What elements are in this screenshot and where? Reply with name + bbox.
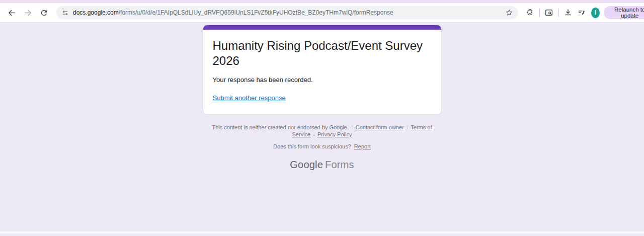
form-card-body: Humanity Rising Podcast/Event Survey 202… [203,30,441,114]
site-info-tune-icon[interactable] [61,9,69,17]
back-icon [8,9,16,17]
forward-icon [24,9,32,17]
url-path: /forms/u/0/d/e/1FAIpQLSdLIUy_dRVFQ659iUn… [119,9,393,16]
forward-button[interactable] [21,6,34,19]
report-link[interactable]: Report [354,143,371,149]
extensions-icon[interactable] [525,7,535,19]
form-response-page: Humanity Rising Podcast/Event Survey 202… [0,23,644,233]
contact-form-owner-link[interactable]: Contact form owner [356,124,404,130]
address-bar[interactable]: docs.google.com/forms/u/0/d/e/1FAIpQLSdL… [56,6,518,19]
relaunch-to-update-button[interactable]: Relaunch to update [604,6,644,19]
dash-separator: - [407,124,409,130]
submit-another-response-link[interactable]: Submit another response [213,94,286,102]
confirmation-message: Your response has been recorded. [213,76,432,84]
forms-logo-text: Forms [325,159,354,170]
url-domain: docs.google.com [73,9,119,16]
suspicious-line: Does this form look suspicious? Report [203,143,442,149]
toolbar-divider [558,9,559,17]
privacy-policy-link[interactable]: Privacy Policy [317,131,352,137]
toolbar-right-icons: I Relaunch to update [525,6,644,19]
window-bottom-edge [0,231,644,233]
form-card: Humanity Rising Podcast/Event Survey 202… [203,25,442,115]
disclaimer-text: This content is neither created nor endo… [212,124,349,130]
url-text: docs.google.com/forms/u/0/d/e/1FAIpQLSdL… [73,9,505,16]
browser-toolbar: docs.google.com/forms/u/0/d/e/1FAIpQLSdL… [0,3,644,23]
bookmark-star-icon[interactable] [505,9,513,17]
dash-separator: - [351,124,353,130]
toolbar-divider [539,9,540,17]
media-controls-icon[interactable] [577,7,586,19]
google-logo-text: Google [290,159,323,170]
side-panel-search-icon[interactable] [544,7,554,19]
download-icon[interactable] [563,7,573,19]
suspicious-text: Does this form look suspicious? [273,143,351,149]
reload-icon [40,9,48,17]
google-forms-logo: GoogleForms [203,159,442,171]
dash-separator: - [313,131,315,137]
form-title: Humanity Rising Podcast/Event Survey 202… [213,38,432,68]
reload-button[interactable] [37,6,50,19]
relaunch-label: Relaunch to update [610,7,644,19]
profile-avatar[interactable]: I [591,8,600,18]
form-footer: This content is neither created nor endo… [203,124,442,171]
disclaimer-line: This content is neither created nor endo… [203,124,442,138]
back-button[interactable] [5,6,18,19]
form-theme-bar [203,25,441,30]
